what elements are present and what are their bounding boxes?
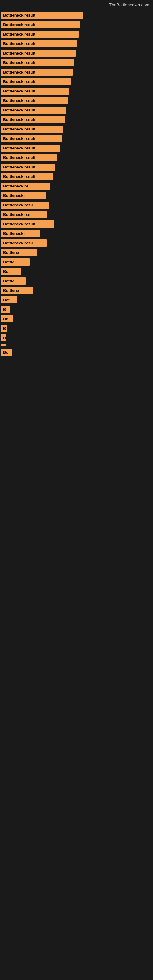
bar-row: Bottleneck result [0,221,153,228]
bar-row: Bottleneck result [0,116,153,123]
bottleneck-bar-7: Bottleneck result [1,78,71,85]
bar-row: Bottle [0,258,153,266]
bar-row: Bottleneck result [0,12,153,19]
bottleneck-bar-27: Bot [1,268,21,275]
bar-row: Bottleneck result [0,164,153,170]
bar-row: Bottleneck res [0,211,153,218]
bottleneck-bar-10: Bottleneck result [1,107,66,114]
bottleneck-bar-35 [1,344,5,346]
bottleneck-bar-15: Bottleneck result [1,154,57,161]
bar-row: Bottleneck result [0,126,153,133]
bottleneck-bar-18: Bottleneck re [1,183,50,189]
bar-row: Bottleneck result [0,145,153,151]
bottleneck-bar-0: Bottleneck result [1,12,83,19]
bottleneck-bar-2: Bottleneck result [1,30,79,38]
bar-row: Bo [0,349,153,356]
bar-row: Bot [0,268,153,275]
bottleneck-bar-16: Bottleneck result [1,164,55,170]
bottleneck-bar-11: Bottleneck result [1,116,65,123]
bottleneck-bar-19: Bottleneck r [1,192,46,199]
bar-row: Bottleneck result [0,154,153,161]
bar-row: Bottleneck resu [0,202,153,208]
bottleneck-bar-28: Bottle [1,277,26,285]
bar-row: Bottleneck result [0,59,153,66]
bar-row: Bottleneck result [0,21,153,28]
bottleneck-bar-1: Bottleneck result [1,21,80,28]
bottleneck-bar-12: Bottleneck result [1,126,63,133]
bottleneck-bar-6: Bottleneck result [1,68,73,76]
bar-row: Bottleneck re [0,183,153,189]
bottleneck-bar-36: Bo [1,349,12,356]
bar-row: Bottleneck result [0,49,153,57]
bottleneck-bar-33: B [1,325,7,332]
bar-row: Bo [0,315,153,323]
bottleneck-bar-17: Bottleneck result [1,173,53,180]
bottleneck-bar-25: Bottlene [1,249,37,256]
bottleneck-bar-24: Bottleneck resu [1,240,46,247]
bottleneck-bar-29: Bottlene [1,287,33,294]
bottleneck-bar-8: Bottleneck result [1,88,70,95]
bar-row: Bottleneck result [0,107,153,114]
bottleneck-bar-5: Bottleneck result [1,59,74,66]
bar-row: Bot [0,296,153,304]
bar-row: Bottleneck result [0,97,153,104]
bottleneck-bar-3: Bottleneck result [1,40,77,47]
bar-row: Bottleneck r [0,230,153,237]
bar-row: Bottleneck result [0,173,153,180]
bar-row: Bottleneck resu [0,240,153,247]
bar-row: Bottleneck result [0,30,153,38]
bar-row: Bottle [0,277,153,285]
bottleneck-bar-30: Bot [1,296,18,304]
bar-row: Bottlene [0,287,153,294]
bar-row: Bottleneck result [0,78,153,85]
bar-row: B [0,325,153,332]
bottleneck-bar-20: Bottleneck resu [1,202,49,208]
bottleneck-bar-4: Bottleneck result [1,49,76,57]
site-title: TheBottlenecker.com [0,0,153,10]
bar-row: B [0,334,153,342]
bar-row: Bottleneck result [0,135,153,142]
bottleneck-bar-9: Bottleneck result [1,97,68,104]
bar-row: Bottleneck result [0,68,153,76]
bar-row: Bottleneck result [0,88,153,95]
bar-row: Bottleneck result [0,40,153,47]
bottleneck-bar-13: Bottleneck result [1,135,62,142]
bar-row [0,344,153,346]
bottleneck-bar-22: Bottleneck result [1,221,54,228]
bar-row: B [0,306,153,313]
bar-row: Bottleneck r [0,192,153,199]
bottleneck-bar-32: Bo [1,315,13,323]
bars-container: Bottleneck resultBottleneck resultBottle… [0,12,153,356]
bottleneck-bar-31: B [1,306,10,313]
bottleneck-bar-23: Bottleneck r [1,230,40,237]
bottleneck-bar-21: Bottleneck res [1,211,46,218]
bar-row: Bottlene [0,249,153,256]
bottleneck-bar-14: Bottleneck result [1,145,60,151]
bottleneck-bar-34: B [1,334,6,342]
bottleneck-bar-26: Bottle [1,258,30,266]
